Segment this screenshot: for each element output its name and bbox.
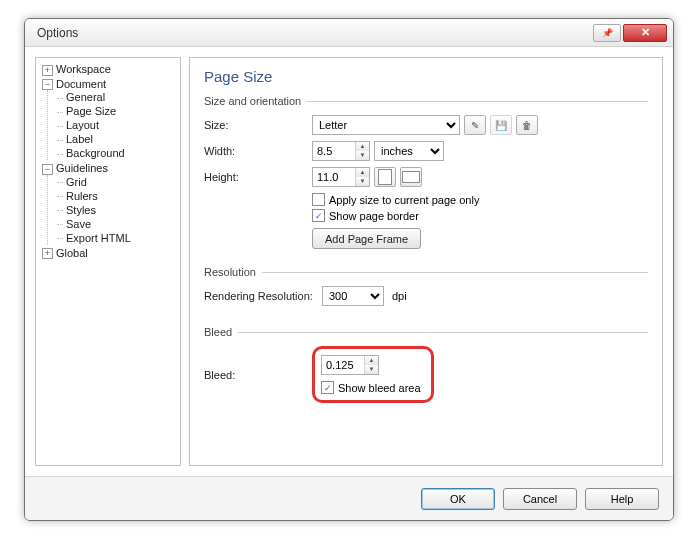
expand-icon[interactable]: + [42,248,53,259]
group-resolution-legend: Resolution [204,266,262,278]
resolution-select[interactable]: 300 [322,286,384,306]
show-bleed-checkbox[interactable]: ✓ [321,381,334,394]
tree-document[interactable]: −Document General Page Size Layout Label… [38,77,178,162]
bleed-spinner[interactable]: ▲▼ [321,355,379,375]
size-label: Size: [204,119,312,131]
tree-page-size[interactable]: Page Size [57,104,178,118]
width-spinner[interactable]: ▲▼ [312,141,370,161]
show-border-label: Show page border [329,210,419,222]
size-select[interactable]: Letter [312,115,460,135]
page-title: Page Size [204,68,648,85]
tree-global[interactable]: +Global [38,246,178,261]
cancel-button[interactable]: Cancel [503,488,577,510]
group-bleed: Bleed Bleed: ▲▼ ✓ Show bleed area [204,326,648,415]
show-border-row[interactable]: ✓ Show page border [312,209,648,222]
group-size-legend: Size and orientation [204,95,307,107]
tree-guidelines[interactable]: −Guidelines Grid Rulers Styles Save Expo… [38,161,178,246]
expand-icon[interactable]: + [42,65,53,76]
help-button[interactable]: Help [585,488,659,510]
down-icon[interactable]: ▼ [356,151,369,160]
titlebar: Options 📌 ✕ [25,19,673,47]
ok-button[interactable]: OK [421,488,495,510]
tree-background[interactable]: Background [57,146,178,160]
tree-general[interactable]: General [57,90,178,104]
tree-grid[interactable]: Grid [57,175,178,189]
tree-rulers[interactable]: Rulers [57,189,178,203]
bleed-highlight: ▲▼ ✓ Show bleed area [312,346,434,403]
height-input[interactable] [313,168,355,186]
width-input[interactable] [313,142,355,160]
tree-save[interactable]: Save [57,217,178,231]
tree-layout[interactable]: Layout [57,118,178,132]
down-icon[interactable]: ▼ [356,177,369,186]
add-page-frame-button[interactable]: Add Page Frame [312,228,421,249]
apply-current-label: Apply size to current page only [329,194,479,206]
up-icon[interactable]: ▲ [356,168,369,177]
close-button[interactable]: ✕ [623,24,667,42]
content-panel: Page Size Size and orientation Size: Let… [189,57,663,466]
apply-current-checkbox[interactable] [312,193,325,206]
tree-workspace[interactable]: +Workspace [38,62,178,77]
window-title: Options [37,26,593,40]
height-spinner[interactable]: ▲▼ [312,167,370,187]
group-size: Size and orientation Size: Letter ✎ 💾 🗑 … [204,95,648,258]
edit-preset-button[interactable]: ✎ [464,115,486,135]
bleed-label: Bleed: [204,369,312,381]
collapse-icon[interactable]: − [42,79,53,90]
collapse-icon[interactable]: − [42,164,53,175]
show-border-checkbox[interactable]: ✓ [312,209,325,222]
up-icon[interactable]: ▲ [365,356,378,365]
down-icon[interactable]: ▼ [365,365,378,374]
category-tree[interactable]: +Workspace −Document General Page Size L… [35,57,181,466]
portrait-icon [378,169,392,185]
resolution-label: Rendering Resolution: [204,290,322,302]
tree-export-html[interactable]: Export HTML [57,231,178,245]
resolution-unit: dpi [392,290,407,302]
group-resolution: Resolution Rendering Resolution: 300 dpi [204,266,648,318]
save-preset-button[interactable]: 💾 [490,115,512,135]
up-icon[interactable]: ▲ [356,142,369,151]
show-bleed-label: Show bleed area [338,382,421,394]
height-label: Height: [204,171,312,183]
window-buttons: 📌 ✕ [593,24,667,42]
pin-button[interactable]: 📌 [593,24,621,42]
tree-label[interactable]: Label [57,132,178,146]
portrait-button[interactable] [374,167,396,187]
width-label: Width: [204,145,312,157]
bleed-input[interactable] [322,356,364,374]
tree-styles[interactable]: Styles [57,203,178,217]
options-dialog: Options 📌 ✕ +Workspace −Document General… [24,18,674,521]
show-bleed-row[interactable]: ✓ Show bleed area [321,381,421,394]
apply-current-row[interactable]: Apply size to current page only [312,193,648,206]
dialog-button-bar: OK Cancel Help [25,476,673,520]
landscape-icon [402,171,420,183]
landscape-button[interactable] [400,167,422,187]
group-bleed-legend: Bleed [204,326,238,338]
delete-preset-button[interactable]: 🗑 [516,115,538,135]
unit-select[interactable]: inches [374,141,444,161]
